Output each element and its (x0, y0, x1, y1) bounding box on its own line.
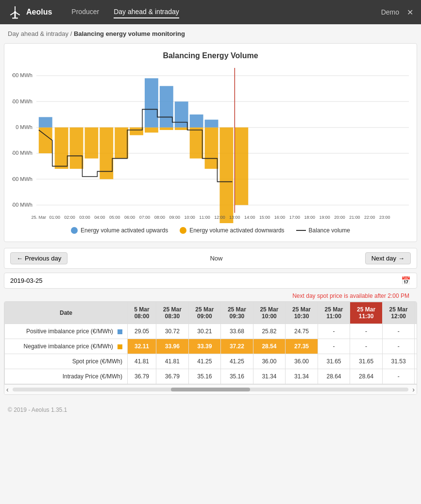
date-col-header: Date (5, 302, 128, 324)
svg-text:19:00: 19:00 (319, 215, 330, 220)
cell: 24.75 (286, 324, 318, 339)
brand-label: Aeolus (26, 8, 52, 16)
svg-rect-28 (190, 128, 203, 159)
cell: 41.81 (128, 354, 156, 369)
now-label: Now (71, 255, 361, 262)
row-label-negative: Negative imbalance price (€/MWh) (5, 339, 128, 354)
prev-day-button[interactable]: ← Previous day (10, 252, 67, 264)
svg-rect-29 (205, 128, 219, 169)
scroll-left-arrow[interactable]: ‹ (6, 386, 9, 393)
col-header-6: 25 Mar11:00 (318, 302, 350, 324)
cell: - (415, 369, 417, 384)
svg-text:20:00: 20:00 (334, 215, 345, 220)
cell: - (318, 324, 350, 339)
cell-neg-1: 33.96 (156, 339, 189, 354)
svg-text:15:00: 15:00 (259, 215, 270, 220)
next-day-label: Next day (371, 255, 396, 262)
chart-svg: 1 000 MWh 500 MWh 0 MWh -500 MWh -1 000 … (12, 68, 409, 223)
nav-day-ahead[interactable]: Day ahead & intraday (114, 6, 179, 18)
cell: - (415, 324, 417, 339)
svg-text:08:00: 08:00 (154, 215, 165, 220)
svg-text:03:00: 03:00 (79, 215, 90, 220)
chart-area: 1 000 MWh 500 MWh 0 MWh -500 MWh -1 000 … (12, 68, 409, 223)
svg-text:13:00: 13:00 (229, 215, 240, 220)
legend-label-downwards: Energy volume activated downwards (189, 227, 284, 234)
calendar-icon[interactable]: 📅 (401, 276, 411, 285)
cell: 41.25 (221, 354, 253, 369)
svg-text:12:00: 12:00 (214, 215, 225, 220)
cell: - (350, 339, 383, 354)
col-header-5: 25 Mar10:30 (286, 302, 318, 324)
alert-text: Next day spot price is available after 2… (292, 293, 409, 299)
nav-producer[interactable]: Producer (71, 6, 99, 18)
scroll-track[interactable] (13, 388, 409, 391)
legend-upwards: Energy volume activated upwards (71, 227, 168, 234)
scroll-thumb[interactable] (171, 388, 250, 391)
svg-text:25. Mar: 25. Mar (32, 215, 46, 220)
date-input[interactable] (10, 277, 92, 284)
col-header-8: 25 Mar12:00 (382, 302, 415, 324)
cell-neg-0: 32.11 (128, 339, 156, 354)
svg-rect-4 (15, 12, 16, 18)
legend-downwards: Energy volume activated downwards (180, 227, 284, 234)
col-header-1: 25 Mar08:30 (156, 302, 189, 324)
cell: 31.65 (350, 354, 383, 369)
svg-rect-33 (145, 78, 158, 127)
col-header-3: 25 Mar09:30 (221, 302, 253, 324)
svg-rect-23 (115, 128, 128, 159)
cell: 35.16 (221, 369, 253, 384)
svg-rect-5 (12, 17, 18, 18)
cell: 31.34 (253, 369, 286, 384)
svg-text:05:00: 05:00 (109, 215, 120, 220)
svg-line-2 (16, 13, 20, 15)
breadcrumb-parent[interactable]: Day ahead & intraday (8, 30, 68, 37)
svg-text:01:00: 01:00 (49, 215, 60, 220)
table-scrollbar[interactable]: ‹ › (4, 384, 417, 394)
cell: 30.21 (188, 324, 221, 339)
scroll-right-arrow[interactable]: › (412, 386, 415, 393)
footer: © 2019 - Aeolus 1.35.1 (0, 401, 421, 419)
breadcrumb-current: Balancing energy volume monitoring (74, 30, 185, 37)
blue-bars (39, 78, 219, 127)
cell: 36.00 (286, 354, 318, 369)
svg-text:16:00: 16:00 (274, 215, 285, 220)
nav-links: Producer Day ahead & intraday (71, 6, 381, 18)
svg-rect-35 (175, 101, 188, 127)
svg-text:0 MWh: 0 MWh (16, 124, 33, 130)
date-row: 📅 (4, 273, 417, 289)
cell: 35.16 (188, 369, 221, 384)
legend-balance: Balance volume (296, 227, 350, 234)
row-label-spot: Spot price (€/MWh) (5, 354, 128, 369)
navbar: Aeolus Producer Day ahead & intraday Dem… (0, 0, 421, 24)
right-arrow-icon: → (398, 255, 404, 262)
svg-rect-27 (175, 128, 188, 130)
svg-rect-26 (160, 128, 173, 130)
next-day-button[interactable]: Next day → (365, 252, 411, 264)
svg-text:11:00: 11:00 (199, 215, 210, 220)
cell: 25.82 (253, 324, 286, 339)
navbar-right: Demo ✕ (381, 8, 413, 17)
cell: 31.65 (318, 354, 350, 369)
cell: - (318, 339, 350, 354)
col-header-4: 25 Mar10:00 (253, 302, 286, 324)
col-header-2: 25 Mar09:00 (188, 302, 221, 324)
row-label-intraday: Intraday Price (€/MWh) (5, 369, 128, 384)
svg-text:23:00: 23:00 (379, 215, 390, 220)
prev-day-label: Previous day (25, 255, 61, 262)
legend-dot-downwards (180, 227, 186, 234)
table-scroll[interactable]: Date 5 Mar08:00 25 Mar08:30 25 Mar09:00 … (4, 302, 417, 384)
cell: 41.25 (188, 354, 221, 369)
cell-neg-5: 27.35 (286, 339, 318, 354)
svg-text:06:00: 06:00 (124, 215, 135, 220)
cell: - (382, 339, 415, 354)
svg-text:-1 500 MWh: -1 500 MWh (12, 202, 33, 208)
cell-neg-4: 28.54 (253, 339, 286, 354)
svg-text:02:00: 02:00 (64, 215, 75, 220)
table-row: Negative imbalance price (€/MWh) 32.11 3… (5, 339, 417, 354)
left-arrow-icon: ← (17, 255, 23, 262)
col-header-9: 25 M12:... (415, 302, 417, 324)
close-icon[interactable]: ✕ (407, 8, 413, 17)
svg-rect-19 (55, 128, 68, 169)
table-row: Spot price (€/MWh) 41.81 41.81 41.25 41.… (5, 354, 417, 369)
day-navigation: ← Previous day Now Next day → (4, 248, 417, 269)
